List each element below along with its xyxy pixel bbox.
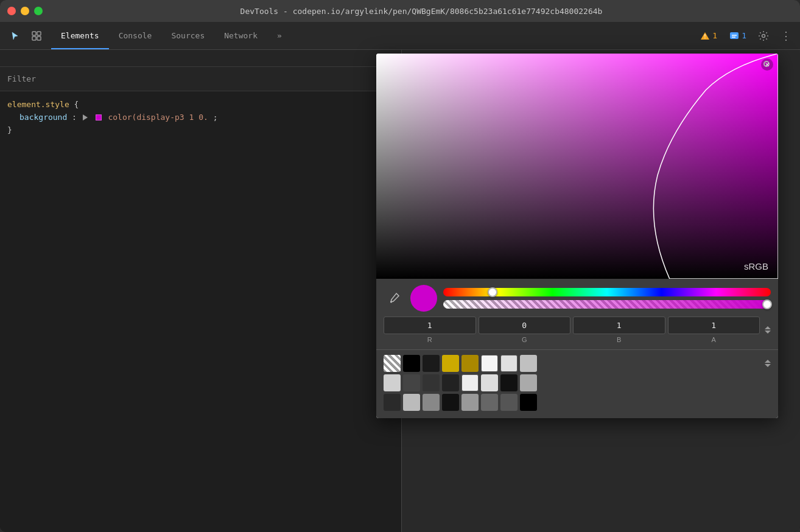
traffic-lights (7, 7, 43, 15)
color-swatch-inline[interactable] (96, 114, 102, 121)
r-input[interactable] (384, 317, 476, 334)
filter-bar: Filter (0, 67, 401, 91)
expand-value-button[interactable] (83, 114, 88, 121)
close-traffic-light[interactable] (7, 7, 16, 15)
g-input-group: G (479, 317, 571, 343)
tab-network[interactable]: Network (214, 22, 267, 49)
swatch-gray3[interactable] (423, 374, 440, 391)
swatch-gray2[interactable] (403, 374, 420, 391)
tabs-bar: Elements Console Sources Network » ! 1 (0, 22, 800, 50)
more-options-icon[interactable]: ⋮ (776, 26, 795, 46)
css-selector: element.style (7, 100, 69, 109)
current-color-circle (410, 285, 437, 312)
color-spectrum[interactable]: sRGB (376, 54, 778, 279)
swatches-spinner-down-icon (765, 364, 771, 367)
css-property: background (19, 113, 67, 122)
swatch-gray4[interactable] (403, 394, 420, 411)
swatch-light1[interactable] (481, 355, 498, 372)
sliders-container (443, 288, 771, 309)
tab-elements[interactable]: Elements (51, 22, 109, 49)
close-popup-button[interactable]: × (761, 58, 773, 71)
swatches-spinner[interactable] (765, 360, 771, 367)
svg-rect-3 (37, 37, 41, 40)
tab-more[interactable]: » (267, 22, 292, 49)
inspect-icon[interactable] (27, 26, 46, 46)
swatches-row-2 (384, 374, 771, 391)
swatches-section (376, 349, 778, 418)
window-title: DevTools - codepen.io/argyleink/pen/QWBg… (50, 7, 793, 16)
r-label: R (427, 336, 432, 343)
swatch-gray7[interactable] (481, 394, 498, 411)
swatch-black[interactable] (403, 355, 420, 372)
swatches-row-3 (384, 394, 771, 411)
alpha-slider-thumb (762, 299, 772, 309)
code-area: element.style { background : color(displ… (0, 91, 401, 532)
tab-icons (0, 22, 51, 49)
tabs-right: ! 1 1 ⋮ (690, 22, 800, 49)
spinner-down-icon (765, 331, 771, 334)
filter-label: Filter (7, 74, 36, 83)
swatch-near-white2[interactable] (481, 374, 498, 391)
rgba-inputs: R G B A (384, 317, 771, 343)
swatches-spinner-up-icon (765, 360, 771, 363)
swatch-dark3[interactable] (384, 394, 401, 411)
spinner-up-icon (765, 326, 771, 329)
a-input-group: A (668, 317, 760, 343)
swatch-gray8[interactable] (500, 394, 518, 411)
code-line-1: element.style { (7, 99, 394, 111)
hue-slider[interactable] (443, 288, 771, 296)
g-label: G (522, 336, 527, 343)
svg-point-7 (390, 301, 392, 303)
b-label: B (617, 336, 621, 343)
swatch-gold1[interactable] (442, 355, 459, 372)
b-input[interactable] (573, 317, 665, 334)
a-input[interactable] (668, 317, 760, 334)
tab-sources[interactable]: Sources (161, 22, 214, 49)
swatch-dark1[interactable] (423, 355, 440, 372)
css-value: color(display-p3 1 0. (108, 113, 208, 122)
svg-text:!: ! (704, 34, 707, 40)
g-input[interactable] (479, 317, 571, 334)
swatch-dark4[interactable] (442, 394, 459, 411)
swatch-transparent[interactable] (384, 355, 401, 372)
code-line-3: } (7, 124, 394, 137)
swatch-near-black[interactable] (500, 374, 518, 391)
swatch-light2[interactable] (500, 355, 518, 372)
channel-spinner[interactable] (765, 326, 771, 334)
fullscreen-traffic-light[interactable] (34, 7, 43, 15)
cursor-icon[interactable] (5, 26, 24, 46)
eyedropper-button[interactable] (384, 288, 404, 309)
svg-rect-2 (32, 37, 36, 40)
color-picker-controls: R G B A (376, 279, 778, 349)
swatch-gray1[interactable] (384, 374, 401, 391)
swatch-near-white1[interactable] (461, 374, 479, 391)
minimize-traffic-light[interactable] (21, 7, 29, 15)
tab-console[interactable]: Console (109, 22, 162, 49)
swatches-row-1 (384, 355, 771, 372)
hue-slider-thumb (488, 287, 497, 297)
info-badge-button[interactable]: 1 (725, 29, 751, 43)
swatch-gold2[interactable] (461, 355, 479, 372)
b-input-group: B (573, 317, 665, 343)
code-line-2: background : color(display-p3 1 0. ; (7, 111, 394, 124)
svg-rect-1 (37, 32, 41, 35)
swatch-black2[interactable] (520, 394, 537, 411)
swatch-gray5[interactable] (423, 394, 440, 411)
swatch-gray6[interactable] (461, 394, 479, 411)
a-label: A (712, 336, 716, 343)
color-picker-row1 (384, 285, 771, 312)
swatch-silver[interactable] (520, 355, 537, 372)
warning-badge-button[interactable]: ! 1 (695, 29, 722, 43)
breadcrumb-bar (0, 50, 401, 67)
swatch-mid-gray[interactable] (520, 374, 537, 391)
left-panel: Filter element.style { background : colo… (0, 50, 402, 532)
alpha-slider[interactable] (443, 300, 771, 309)
color-picker-popup: sRGB × (376, 54, 778, 418)
svg-rect-0 (32, 32, 36, 35)
srgb-label: sRGB (744, 261, 768, 271)
settings-icon[interactable] (754, 26, 773, 46)
swatch-dark2[interactable] (442, 374, 459, 391)
title-bar: DevTools - codepen.io/argyleink/pen/QWBg… (0, 0, 800, 22)
svg-point-6 (762, 34, 765, 37)
r-input-group: R (384, 317, 476, 343)
